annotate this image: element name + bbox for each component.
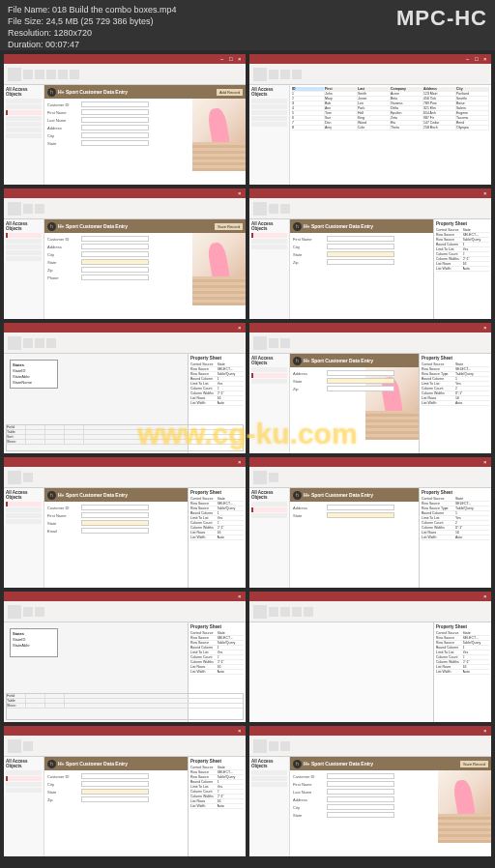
datasheet-cell[interactable]: 1 (292, 92, 325, 96)
datasheet-cell[interactable]: Lee (358, 101, 391, 105)
field-input[interactable] (81, 275, 149, 280)
field-input[interactable] (81, 505, 149, 510)
ribbon-btn[interactable] (253, 471, 267, 484)
ribbon-btn[interactable] (269, 70, 278, 79)
nav-item[interactable] (6, 250, 42, 255)
field-input[interactable] (81, 781, 149, 787)
prop-value[interactable]: Table/Query (218, 372, 245, 376)
prop-value[interactable]: 16 (463, 665, 490, 669)
propsheet-row[interactable]: List WidthAuto (422, 535, 489, 540)
ribbon-btn[interactable] (253, 202, 267, 216)
field-item[interactable]: StateID (13, 368, 55, 373)
prop-value[interactable]: Yes (218, 382, 245, 386)
ribbon-btn[interactable] (8, 202, 21, 216)
nav-item[interactable] (6, 788, 42, 793)
ribbon-btn[interactable] (35, 70, 44, 79)
nav-item[interactable] (6, 128, 42, 132)
field-input[interactable] (81, 512, 149, 518)
nav-pane[interactable]: All Access Objects (249, 354, 290, 453)
min-icon[interactable]: − (466, 56, 472, 62)
prop-value[interactable]: SELECT... (218, 636, 245, 640)
max-icon[interactable]: □ (475, 56, 480, 62)
ribbon-btn[interactable] (269, 473, 278, 482)
prop-value[interactable]: 2 (463, 655, 490, 659)
ribbon-btn[interactable] (280, 741, 290, 751)
prop-value[interactable]: 16 (218, 665, 245, 669)
field-input[interactable] (81, 109, 149, 115)
table-box[interactable]: States StateID StateAbbr (10, 628, 58, 657)
qbe-cell[interactable] (65, 435, 84, 439)
nav-item[interactable] (6, 122, 42, 127)
qbe-cell[interactable] (45, 425, 65, 429)
field-input[interactable] (327, 812, 394, 818)
ribbon-btn[interactable] (8, 471, 21, 484)
nav-item[interactable] (251, 770, 287, 775)
field-input[interactable] (327, 796, 394, 802)
thumbnail-10[interactable]: × Property SheetControl SourceStateRow S… (249, 592, 491, 722)
ribbon-btn[interactable] (23, 741, 33, 751)
nav-item[interactable] (6, 782, 42, 787)
nav-item[interactable] (6, 507, 42, 512)
datasheet-cell[interactable]: Epsilon (391, 111, 423, 115)
prop-value[interactable]: Auto (455, 535, 489, 539)
nav-item[interactable] (6, 519, 42, 524)
datasheet-cell[interactable]: Cole (358, 126, 391, 130)
nav-item[interactable] (6, 513, 42, 518)
state-combo[interactable] (327, 512, 394, 518)
nav-item[interactable] (251, 239, 287, 244)
datasheet-cell[interactable]: Theta (391, 126, 423, 130)
nav-item[interactable] (251, 776, 287, 781)
datasheet-cell[interactable]: Sue (325, 116, 358, 120)
state-combo[interactable] (327, 378, 394, 384)
query-design[interactable]: States StateID StateAbbr Property SheetC… (4, 622, 246, 722)
datasheet-cell[interactable]: King (358, 116, 391, 120)
qbe-cell[interactable] (26, 430, 45, 434)
ribbon-btn[interactable] (35, 204, 44, 214)
state-combo[interactable] (327, 251, 394, 257)
ribbon-btn[interactable] (280, 607, 290, 617)
ribbon-btn[interactable] (292, 70, 302, 79)
ribbon-btn[interactable] (58, 70, 68, 79)
ribbon-btn[interactable] (253, 605, 267, 619)
field-input[interactable] (81, 236, 149, 242)
nav-pane[interactable]: All Access Objects (4, 488, 44, 588)
qbe-cell[interactable] (65, 425, 84, 429)
field-item[interactable]: StateAbbr (13, 643, 55, 648)
ribbon-btn[interactable] (23, 204, 33, 214)
nav-item[interactable] (6, 256, 42, 261)
datasheet-cell[interactable]: 4 (292, 106, 325, 110)
nav-item[interactable] (6, 245, 42, 249)
nav-item[interactable] (251, 782, 287, 787)
nav-pane[interactable]: All Access Objects (249, 85, 290, 185)
max-icon[interactable]: □ (229, 56, 235, 62)
datasheet-cell[interactable]: Salem (456, 106, 489, 110)
column-header[interactable]: Last (358, 87, 391, 91)
ribbon-btn[interactable] (46, 70, 56, 79)
ribbon-btn[interactable] (280, 338, 290, 348)
prop-value[interactable]: Yes (463, 651, 490, 654)
column-header[interactable]: City (456, 87, 489, 91)
datasheet-cell[interactable]: Wood (358, 121, 391, 125)
qbe-cell[interactable] (26, 694, 45, 698)
datasheet-cell[interactable]: Delta (391, 106, 423, 110)
prop-value[interactable]: Yes (218, 651, 245, 654)
datasheet-cell[interactable]: 3 (292, 101, 325, 105)
datasheet-cell[interactable]: 654 Ash (423, 111, 456, 115)
datasheet-cell[interactable]: 987 Fir (423, 116, 456, 120)
qbe-cell[interactable] (45, 699, 65, 703)
datasheet-cell[interactable]: 789 Pine (423, 101, 456, 105)
datasheet-cell[interactable]: Mary (325, 97, 358, 101)
field-input[interactable] (81, 132, 149, 138)
nav-item[interactable] (251, 507, 287, 512)
field-input[interactable] (327, 804, 394, 810)
prop-value[interactable]: Auto (463, 670, 490, 674)
datasheet-cell[interactable]: Bob (325, 101, 358, 105)
datasheet-cell[interactable]: Amy (325, 126, 358, 130)
prop-value[interactable]: Auto (218, 401, 245, 405)
ribbon-btn[interactable] (35, 338, 44, 348)
field-item[interactable]: StateAbbr (13, 374, 55, 379)
prop-value[interactable]: 1 (463, 646, 490, 650)
min-icon[interactable]: − (220, 56, 226, 62)
close-icon[interactable]: × (483, 459, 489, 465)
prop-value[interactable]: 2 (218, 655, 245, 659)
